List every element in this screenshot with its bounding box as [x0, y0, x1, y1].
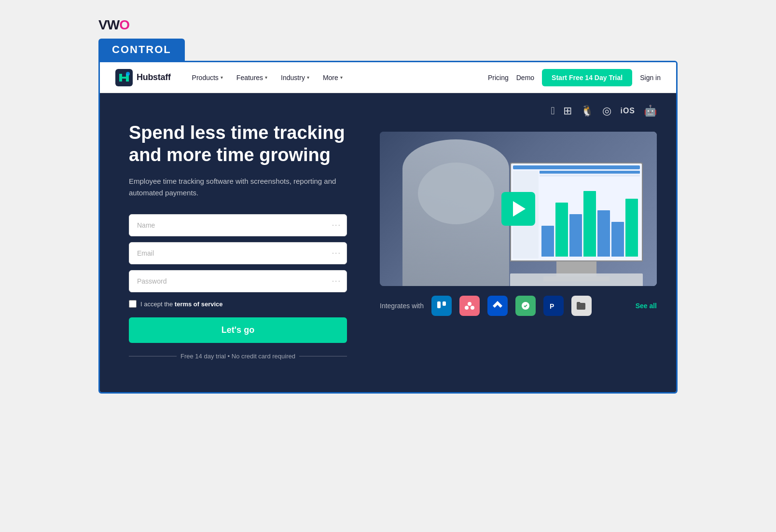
more-label: More: [323, 74, 338, 82]
name-input[interactable]: [129, 214, 347, 236]
video-container[interactable]: [380, 132, 657, 286]
svg-point-5: [465, 306, 469, 310]
signin-link[interactable]: Sign in: [640, 74, 661, 82]
password-input[interactable]: [129, 270, 347, 292]
features-chevron-icon: ▾: [265, 75, 267, 80]
hero-headline: Spend less time tracking and more time g…: [129, 122, 347, 166]
integrates-label: Integrates with: [380, 302, 424, 310]
freshdesk-icon[interactable]: [515, 296, 536, 316]
features-label: Features: [236, 74, 263, 82]
hubstaff-logo-icon: [115, 69, 133, 86]
nav-right: Pricing Demo Start Free 14 Day Trial Sig…: [488, 69, 661, 86]
products-nav-item[interactable]: Products ▾: [186, 70, 229, 85]
email-input-dots-icon: ···: [332, 249, 341, 258]
svg-point-1: [126, 72, 130, 76]
hero-subtext: Employee time tracking software with scr…: [129, 176, 347, 199]
svg-rect-2: [437, 301, 441, 308]
control-label-wrapper: CONTROL: [98, 39, 678, 61]
industry-nav-item[interactable]: Industry ▾: [275, 70, 315, 85]
brand-name: Hubstaff: [137, 72, 171, 82]
play-button[interactable]: [501, 192, 535, 226]
svg-point-4: [468, 302, 471, 306]
main-card: Hubstaff Products ▾ Features ▾ Industry …: [98, 61, 678, 394]
play-icon: [513, 201, 526, 217]
integrations-bar: Integrates with P: [380, 286, 657, 326]
svg-point-6: [471, 306, 474, 310]
control-label: CONTROL: [98, 39, 185, 61]
industry-label: Industry: [281, 74, 305, 82]
trello-icon[interactable]: [431, 296, 452, 316]
email-input[interactable]: [129, 242, 347, 264]
signup-form: ··· ··· ··· I accept the terms of servic…: [129, 214, 347, 360]
hero-right: Integrates with P: [370, 93, 676, 392]
keyboard-area: [510, 273, 643, 286]
vwo-logo-bar: VWO: [98, 10, 678, 39]
tos-checkbox[interactable]: [129, 300, 137, 308]
demo-nav-item[interactable]: Demo: [516, 74, 534, 82]
more-nav-item[interactable]: More ▾: [317, 70, 348, 85]
name-input-dots-icon: ···: [332, 221, 341, 230]
svg-rect-3: [443, 301, 446, 306]
password-field-wrap: ···: [129, 270, 347, 292]
features-nav-item[interactable]: Features ▾: [231, 70, 273, 85]
jira-icon[interactable]: [487, 296, 508, 316]
free-trial-note: Free 14 day trial • No credit card requi…: [129, 353, 347, 360]
svg-text:P: P: [550, 302, 554, 310]
lets-go-button[interactable]: Let's go: [129, 317, 347, 343]
more-chevron-icon: ▾: [340, 75, 343, 80]
industry-chevron-icon: ▾: [307, 75, 309, 80]
apple-icon: : [551, 105, 554, 117]
products-chevron-icon: ▾: [221, 75, 223, 80]
hero-left: Spend less time tracking and more time g…: [100, 93, 370, 392]
vwo-w: W: [107, 17, 119, 32]
email-field-wrap: ···: [129, 242, 347, 264]
navbar: Hubstaff Products ▾ Features ▾ Industry …: [100, 62, 676, 93]
products-label: Products: [192, 74, 219, 82]
tos-row: I accept the terms of service: [129, 300, 347, 308]
asana-icon[interactable]: [459, 296, 480, 316]
see-all-link[interactable]: See all: [636, 302, 657, 310]
vwo-logo: VWO: [98, 17, 129, 33]
android-icon: 🤖: [644, 105, 657, 117]
platform-icons:  ⊞ 🐧 ◎ iOS 🤖: [551, 105, 657, 117]
vwo-v: V: [98, 17, 107, 32]
tos-text: I accept the terms of service: [140, 300, 223, 308]
free-trial-text: Free 14 day trial • No credit card requi…: [180, 353, 295, 360]
windows-icon: ⊞: [563, 105, 572, 117]
chrome-icon: ◎: [602, 105, 611, 117]
pricing-nav-item[interactable]: Pricing: [488, 74, 509, 82]
vwo-o: O: [119, 17, 129, 32]
folder-icon[interactable]: [571, 296, 592, 316]
name-field-wrap: ···: [129, 214, 347, 236]
nav-left: Products ▾ Features ▾ Industry ▾ More ▾: [186, 70, 348, 85]
password-input-dots-icon: ···: [332, 277, 341, 286]
linux-icon: 🐧: [581, 105, 594, 117]
tos-link[interactable]: terms of service: [175, 300, 223, 308]
trial-button[interactable]: Start Free 14 Day Trial: [542, 69, 632, 86]
ios-label: iOS: [620, 107, 635, 115]
tos-prefix: I accept the: [140, 300, 175, 308]
hero-section:  ⊞ 🐧 ◎ iOS 🤖 Spend less time tracking a…: [100, 93, 676, 392]
paypal-icon[interactable]: P: [543, 296, 564, 316]
brand-link[interactable]: Hubstaff: [115, 69, 171, 86]
